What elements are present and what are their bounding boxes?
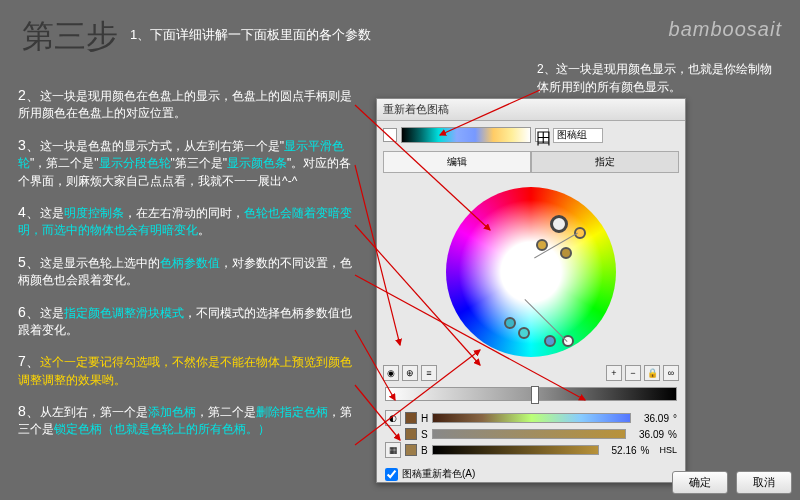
b-label: B bbox=[421, 445, 428, 456]
color-mode-icon[interactable]: ◐ bbox=[385, 410, 401, 426]
wheel-handle[interactable] bbox=[536, 239, 548, 251]
h-swatch bbox=[405, 412, 417, 424]
wheel-handle[interactable] bbox=[504, 317, 516, 329]
note-4: 4、这是明度控制条，在左右滑动的同时，色轮也会随着变暗变明，而选中的物体也会有明… bbox=[18, 202, 358, 240]
note-3: 3、这一块是色盘的显示方式，从左到右第一个是"显示平滑色轮"，第二个是"显示分段… bbox=[18, 135, 358, 190]
note-2: 2、这一块是现用颜色在色盘上的显示，色盘上的圆点手柄则是所用颜色在色盘上的对应位… bbox=[18, 85, 358, 123]
note-5: 5、这是显示色轮上选中的色柄参数值，对参数的不同设置，色柄颜色也会跟着变化。 bbox=[18, 252, 358, 290]
panel-title: 重新着色图稿 bbox=[377, 99, 685, 121]
tab-edit[interactable]: 编辑 bbox=[383, 151, 531, 172]
annotation-list: 2、这一块是现用颜色在色盘上的显示，色盘上的圆点手柄则是所用颜色在色盘上的对应位… bbox=[18, 85, 358, 451]
color-spectrum-bar[interactable] bbox=[401, 127, 531, 143]
wheel-handle[interactable] bbox=[518, 327, 530, 339]
s-slider[interactable] bbox=[432, 429, 626, 439]
wheel-handle[interactable] bbox=[574, 227, 586, 239]
brand-watermark: bamboosait bbox=[669, 18, 782, 41]
remove-handle-icon[interactable]: − bbox=[625, 365, 641, 381]
callout-2: 2、这一块是现用颜色显示，也就是你绘制物体所用到的所有颜色显示。 bbox=[537, 60, 782, 96]
artwork-preview-icon[interactable] bbox=[383, 128, 397, 142]
note-6: 6、这是指定颜色调整滑块模式，不同模式的选择色柄参数值也跟着变化。 bbox=[18, 302, 358, 340]
s-value: 36.09 bbox=[630, 429, 664, 440]
step-title: 第三步 bbox=[22, 15, 118, 59]
brightness-slider[interactable] bbox=[385, 387, 677, 401]
note-7: 7、这个一定要记得勾选哦，不然你是不能在物体上预览到颜色调整调整的效果哟。 bbox=[18, 351, 358, 389]
wheel-mode-bars-icon[interactable]: ≡ bbox=[421, 365, 437, 381]
wheel-handle[interactable] bbox=[560, 247, 572, 259]
color-wheel[interactable] bbox=[446, 187, 616, 357]
wheel-mode-segment-icon[interactable]: ⊕ bbox=[402, 365, 418, 381]
recolor-checkbox[interactable] bbox=[385, 468, 398, 481]
ok-button[interactable]: 确定 bbox=[672, 471, 728, 494]
artwork-group-field[interactable] bbox=[553, 128, 603, 143]
h-slider[interactable] bbox=[432, 413, 631, 423]
add-handle-icon[interactable]: + bbox=[606, 365, 622, 381]
lock-handle-icon[interactable]: 🔒 bbox=[644, 365, 660, 381]
recolor-checkbox-label: 图稿重新着色(A) bbox=[402, 467, 475, 481]
b-slider[interactable] bbox=[432, 445, 599, 455]
mode-label[interactable]: HSL bbox=[659, 445, 677, 455]
recolor-panel: 重新着色图稿 田 编辑 指定 ◉ ⊕ ≡ + − 🔒 ∞ ◐ H bbox=[376, 98, 686, 483]
wheel-handle-main[interactable] bbox=[550, 215, 568, 233]
artwork-group-icon[interactable]: 田 bbox=[535, 128, 549, 142]
cancel-button[interactable]: 取消 bbox=[736, 471, 792, 494]
s-swatch bbox=[405, 428, 417, 440]
h-value: 36.09 bbox=[635, 413, 669, 424]
b-swatch bbox=[405, 444, 417, 456]
link-harmony-icon[interactable]: ∞ bbox=[663, 365, 679, 381]
wheel-mode-smooth-icon[interactable]: ◉ bbox=[383, 365, 399, 381]
intro-text: 1、下面详细讲解一下面板里面的各个参数 bbox=[130, 26, 371, 44]
mode-select-icon[interactable]: ▦ bbox=[385, 442, 401, 458]
s-label: S bbox=[421, 429, 428, 440]
b-value: 52.16 bbox=[603, 445, 637, 456]
wheel-handle[interactable] bbox=[544, 335, 556, 347]
brightness-thumb[interactable] bbox=[531, 386, 539, 404]
note-8: 8、从左到右，第一个是添加色柄，第二个是删除指定色柄，第三个是锁定色柄（也就是色… bbox=[18, 401, 358, 439]
tab-assign[interactable]: 指定 bbox=[531, 151, 679, 172]
h-label: H bbox=[421, 413, 428, 424]
wheel-handle[interactable] bbox=[562, 335, 574, 347]
